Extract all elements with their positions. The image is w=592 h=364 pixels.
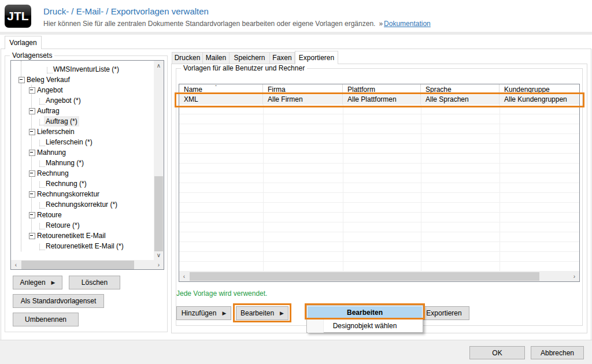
tree-item[interactable]: WMSInventurListe (*) [11, 64, 154, 75]
bearbeiten-button[interactable]: Bearbeiten ▶ [236, 306, 288, 320]
documentation-link[interactable]: Dokumentation [384, 20, 431, 28]
tab-mailen[interactable]: Mailen [202, 52, 230, 64]
tree-item-label: Beleg Verkauf [25, 75, 72, 85]
collapse-icon[interactable] [29, 87, 35, 94]
loeschen-button[interactable]: Löschen [69, 276, 120, 289]
collapse-icon[interactable] [29, 170, 35, 177]
collapse-icon[interactable] [29, 191, 35, 198]
cell-sprache: Alle Sprachen [421, 95, 500, 105]
tree-item[interactable]: Auftrag [11, 106, 154, 116]
menu-item-bearbeiten[interactable]: Bearbeiten [308, 306, 422, 320]
column-header-kundengruppe[interactable]: Kundengruppe [500, 84, 579, 95]
tree-item[interactable]: Lieferschein [11, 127, 154, 137]
scroll-left-icon[interactable]: ‹ [179, 272, 189, 281]
als-standardvorlagenset-button[interactable]: Als Standardvorlagenset [13, 294, 104, 308]
exportieren-button[interactable]: Exportieren [419, 306, 469, 320]
column-header-firma[interactable]: Firma [263, 84, 343, 95]
submenu-arrow-icon: ▶ [51, 280, 56, 285]
tree-item[interactable]: Rechnungskorrektur (*) [11, 199, 154, 210]
tree-item-label: Lieferschein [35, 127, 76, 137]
scroll-left-icon[interactable]: ‹ [11, 260, 21, 270]
anlegen-button-label: Anlegen [20, 278, 46, 287]
bearbeiten-button-label: Bearbeiten [240, 309, 274, 317]
vorlagen-table: Name ˆ Firma Plattform Sprache Kundengru… [179, 84, 580, 282]
cell-firma: Alle Firmen [263, 95, 343, 105]
tree-item-label: Rechnung [35, 168, 71, 179]
tree-item[interactable]: Mahnung (*) [11, 158, 154, 168]
tab-vorlagen[interactable]: Vorlagen [5, 36, 42, 49]
jtl-logo-icon: JTL [5, 5, 31, 28]
tree-vscrollbar[interactable]: ∧ ∨ [154, 61, 164, 260]
column-header-sprache[interactable]: Sprache [421, 84, 500, 95]
column-header-label: Kundengruppe [504, 86, 550, 94]
tree-item-label: WMSInventurListe (*) [51, 64, 121, 75]
scroll-up-icon[interactable]: ∧ [154, 61, 164, 70]
submenu-arrow-icon: ▶ [222, 310, 226, 316]
tree-vscroll-thumb[interactable] [154, 176, 163, 251]
tree-item[interactable]: Retourenetikett E-Mail (*) [11, 241, 154, 251]
table-row-xml[interactable]: XML Alle Firmen Alle Plattformen Alle Sp… [179, 95, 579, 105]
tree-item-label: Rechnungskorrektur (*) [44, 199, 119, 210]
tree-item[interactable]: Angebot (*) [11, 95, 154, 106]
tree-hscrollbar[interactable]: ‹ › [11, 260, 164, 270]
tab-exportieren[interactable]: Exportieren [295, 51, 338, 64]
table-header-row: Name ˆ Firma Plattform Sprache Kundengru… [179, 84, 579, 95]
collapse-icon[interactable] [29, 129, 35, 135]
abbrechen-button-label: Abbrechen [541, 349, 574, 357]
tree-hscroll-thumb[interactable] [21, 261, 134, 269]
collapse-icon[interactable] [29, 150, 35, 156]
tab-speichern[interactable]: Speichern [229, 52, 270, 64]
menu-item-designobjekt-waehlen[interactable]: Designobjekt wählen [308, 320, 422, 333]
vorlagensets-tree: WMSInventurListe (*) Beleg Verkauf Angeb… [10, 60, 164, 270]
tab-drucken[interactable]: Drucken [172, 52, 203, 64]
tab-faxen[interactable]: Faxen [269, 52, 295, 64]
table-hscroll-thumb[interactable] [190, 272, 539, 281]
submenu-arrow-icon: ▶ [280, 310, 284, 316]
scroll-down-icon[interactable]: ∨ [154, 250, 164, 260]
column-header-name[interactable]: Name ˆ [179, 84, 263, 95]
hinzufuegen-button[interactable]: Hinzufügen ▶ [176, 306, 231, 320]
tree-item-label: Angebot (*) [44, 95, 83, 106]
status-text: Jede Vorlage wird verwendet. [176, 289, 267, 298]
collapse-icon[interactable] [29, 108, 35, 114]
cell-kundengruppe: Alle Kundengruppen [500, 95, 579, 105]
tree-item[interactable]: Retoure (*) [11, 220, 154, 231]
tree-content: WMSInventurListe (*) Beleg Verkauf Angeb… [11, 61, 154, 260]
scroll-right-icon[interactable]: › [154, 260, 164, 270]
tree-item-label: Rechnung (*) [44, 179, 88, 189]
abbrechen-button[interactable]: Abbrechen [531, 346, 584, 359]
collapse-icon[interactable] [18, 77, 25, 83]
groupbox-vorlagensets-label: Vorlagensets [10, 51, 54, 60]
hinzufuegen-button-label: Hinzufügen [182, 309, 217, 317]
column-header-plattform[interactable]: Plattform [343, 84, 421, 95]
ok-button-label: OK [492, 349, 502, 357]
tree-item[interactable]: Lieferschein (*) [11, 137, 154, 147]
tree-item[interactable]: Rechnung [11, 168, 154, 179]
scroll-right-icon[interactable]: › [569, 272, 579, 281]
page-subtitle: Hier können Sie für alle zentralen Dokum… [43, 20, 431, 28]
collapse-icon[interactable] [29, 212, 35, 218]
tree-item[interactable]: Rechnung (*) [11, 179, 154, 189]
tree-item[interactable]: Mahnung [11, 147, 154, 158]
tree-item-label: Retoure (*) [44, 220, 82, 231]
groupbox-vorlagen-benutzer-label: Vorlagen für alle Benutzer und Rechner [181, 64, 307, 72]
cell-plattform: Alle Plattformen [343, 95, 421, 105]
tree-item-label: Mahnung (*) [44, 158, 86, 168]
table-hscrollbar[interactable]: ‹ › [179, 272, 579, 281]
anlegen-button[interactable]: Anlegen ▶ [13, 276, 62, 289]
tree-item[interactable]: Beleg Verkauf [11, 75, 154, 85]
tree-item[interactable]: Retourenetikett E-Mail [11, 231, 154, 241]
dialog-vorlagen-verwalten: JTL Druck- / E-Mail- / Exportvorlagen ve… [0, 0, 592, 364]
ok-button[interactable]: OK [469, 346, 525, 359]
tree-item[interactable]: Angebot [11, 85, 154, 95]
umbenennen-button[interactable]: Umbenennen [13, 313, 79, 326]
cell-name: XML [179, 95, 263, 105]
column-header-label: Name [184, 86, 202, 94]
collapse-icon[interactable] [29, 233, 35, 239]
tree-item[interactable]: Rechnungskorrektur [11, 189, 154, 199]
tree-item-selected[interactable]: Auftrag (*) [11, 116, 154, 127]
tree-item[interactable]: Retoure [11, 210, 154, 220]
tree-item-label: Retourenetikett E-Mail [35, 231, 108, 241]
subtitle-text: Hier können Sie für alle zentralen Dokum… [43, 20, 375, 28]
tabstrip-band [0, 32, 592, 35]
